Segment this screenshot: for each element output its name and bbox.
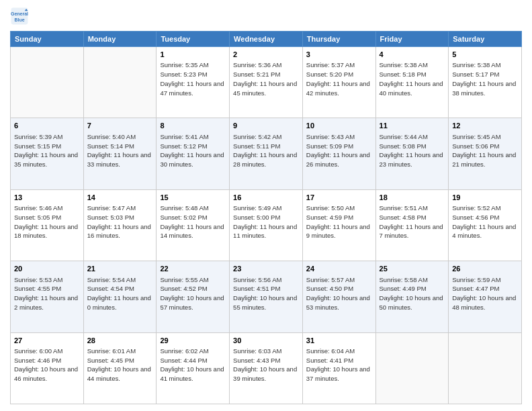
- day-number: 4: [380, 50, 445, 60]
- weekday-header-tuesday: Tuesday: [157, 32, 230, 47]
- logo-icon: General Blue: [10, 7, 29, 26]
- day-cell: 2Sunrise: 5:36 AM Sunset: 5:21 PM Daylig…: [230, 47, 303, 118]
- day-cell: 18Sunrise: 5:51 AM Sunset: 4:58 PM Dayli…: [375, 189, 449, 261]
- svg-text:Blue: Blue: [14, 17, 24, 22]
- day-cell: 13Sunrise: 5:46 AM Sunset: 5:05 PM Dayli…: [11, 189, 84, 261]
- day-cell: 25Sunrise: 5:58 AM Sunset: 4:49 PM Dayli…: [375, 261, 449, 332]
- day-cell: 7Sunrise: 5:40 AM Sunset: 5:14 PM Daylig…: [83, 118, 157, 189]
- day-cell: 14Sunrise: 5:47 AM Sunset: 5:03 PM Dayli…: [83, 189, 157, 261]
- day-number: 17: [306, 193, 372, 203]
- weekday-header-friday: Friday: [375, 32, 449, 47]
- day-info: Sunrise: 5:43 AM Sunset: 5:09 PM Dayligh…: [306, 132, 372, 169]
- day-number: 25: [380, 264, 445, 274]
- week-row-3: 13Sunrise: 5:46 AM Sunset: 5:05 PM Dayli…: [11, 189, 522, 261]
- day-cell: 24Sunrise: 5:57 AM Sunset: 4:50 PM Dayli…: [302, 261, 375, 332]
- day-cell: [375, 332, 449, 404]
- day-info: Sunrise: 5:42 AM Sunset: 5:11 PM Dayligh…: [233, 132, 299, 169]
- day-info: Sunrise: 5:36 AM Sunset: 5:21 PM Dayligh…: [233, 60, 299, 97]
- day-number: 22: [160, 264, 226, 274]
- day-info: Sunrise: 5:58 AM Sunset: 4:49 PM Dayligh…: [380, 275, 445, 312]
- day-info: Sunrise: 6:01 AM Sunset: 4:45 PM Dayligh…: [87, 347, 153, 383]
- day-number: 10: [306, 121, 372, 131]
- day-cell: 3Sunrise: 5:37 AM Sunset: 5:20 PM Daylig…: [302, 47, 375, 118]
- day-info: Sunrise: 5:50 AM Sunset: 4:59 PM Dayligh…: [306, 203, 372, 240]
- day-info: Sunrise: 5:39 AM Sunset: 5:15 PM Dayligh…: [14, 132, 80, 169]
- day-cell: 26Sunrise: 5:59 AM Sunset: 4:47 PM Dayli…: [449, 261, 522, 332]
- day-info: Sunrise: 5:35 AM Sunset: 5:23 PM Dayligh…: [160, 60, 226, 97]
- day-cell: 8Sunrise: 5:41 AM Sunset: 5:12 PM Daylig…: [157, 118, 230, 189]
- day-info: Sunrise: 5:49 AM Sunset: 5:00 PM Dayligh…: [233, 203, 299, 240]
- day-number: 13: [14, 193, 80, 203]
- day-cell: 1Sunrise: 5:35 AM Sunset: 5:23 PM Daylig…: [157, 47, 230, 118]
- svg-text:General: General: [11, 11, 28, 16]
- day-cell: 12Sunrise: 5:45 AM Sunset: 5:06 PM Dayli…: [449, 118, 522, 189]
- weekday-header-sunday: Sunday: [11, 32, 84, 47]
- day-number: 14: [87, 193, 153, 203]
- day-number: 31: [306, 336, 372, 346]
- day-info: Sunrise: 5:37 AM Sunset: 5:20 PM Dayligh…: [306, 60, 372, 97]
- day-cell: [11, 47, 84, 118]
- day-number: 23: [233, 264, 299, 274]
- day-cell: 23Sunrise: 5:56 AM Sunset: 4:51 PM Dayli…: [230, 261, 303, 332]
- day-number: 21: [87, 264, 153, 274]
- day-cell: 31Sunrise: 6:04 AM Sunset: 4:41 PM Dayli…: [302, 332, 375, 404]
- day-cell: 11Sunrise: 5:44 AM Sunset: 5:08 PM Dayli…: [375, 118, 449, 189]
- day-cell: 5Sunrise: 5:38 AM Sunset: 5:17 PM Daylig…: [449, 47, 522, 118]
- day-number: 29: [160, 336, 226, 346]
- day-info: Sunrise: 5:56 AM Sunset: 4:51 PM Dayligh…: [233, 275, 299, 312]
- day-cell: 28Sunrise: 6:01 AM Sunset: 4:45 PM Dayli…: [83, 332, 157, 404]
- day-cell: 17Sunrise: 5:50 AM Sunset: 4:59 PM Dayli…: [302, 189, 375, 261]
- week-row-5: 27Sunrise: 6:00 AM Sunset: 4:46 PM Dayli…: [11, 332, 522, 404]
- day-number: 11: [380, 121, 445, 131]
- day-number: 19: [452, 193, 518, 203]
- day-cell: 15Sunrise: 5:48 AM Sunset: 5:02 PM Dayli…: [157, 189, 230, 261]
- week-row-4: 20Sunrise: 5:53 AM Sunset: 4:55 PM Dayli…: [11, 261, 522, 332]
- day-number: 5: [452, 50, 518, 60]
- day-info: Sunrise: 5:57 AM Sunset: 4:50 PM Dayligh…: [306, 275, 372, 312]
- day-info: Sunrise: 5:59 AM Sunset: 4:47 PM Dayligh…: [452, 275, 518, 312]
- day-number: 2: [233, 50, 299, 60]
- day-info: Sunrise: 5:53 AM Sunset: 4:55 PM Dayligh…: [14, 275, 80, 312]
- day-cell: 20Sunrise: 5:53 AM Sunset: 4:55 PM Dayli…: [11, 261, 84, 332]
- day-info: Sunrise: 5:52 AM Sunset: 4:56 PM Dayligh…: [452, 203, 518, 240]
- week-row-1: 1Sunrise: 5:35 AM Sunset: 5:23 PM Daylig…: [11, 47, 522, 118]
- day-cell: 16Sunrise: 5:49 AM Sunset: 5:00 PM Dayli…: [230, 189, 303, 261]
- day-number: 16: [233, 193, 299, 203]
- header: General Blue: [10, 7, 522, 26]
- weekday-header-thursday: Thursday: [302, 32, 375, 47]
- day-number: 3: [306, 50, 372, 60]
- day-cell: 27Sunrise: 6:00 AM Sunset: 4:46 PM Dayli…: [11, 332, 84, 404]
- day-info: Sunrise: 5:41 AM Sunset: 5:12 PM Dayligh…: [160, 132, 226, 169]
- day-info: Sunrise: 5:38 AM Sunset: 5:17 PM Dayligh…: [452, 60, 518, 97]
- day-number: 6: [14, 121, 80, 131]
- day-info: Sunrise: 5:46 AM Sunset: 5:05 PM Dayligh…: [14, 203, 80, 240]
- day-cell: [83, 47, 157, 118]
- weekday-header-saturday: Saturday: [449, 32, 522, 47]
- day-number: 9: [233, 121, 299, 131]
- day-cell: 6Sunrise: 5:39 AM Sunset: 5:15 PM Daylig…: [11, 118, 84, 189]
- day-number: 1: [160, 50, 226, 60]
- day-info: Sunrise: 6:03 AM Sunset: 4:43 PM Dayligh…: [233, 347, 299, 383]
- day-info: Sunrise: 6:04 AM Sunset: 4:41 PM Dayligh…: [306, 347, 372, 383]
- day-number: 20: [14, 264, 80, 274]
- day-info: Sunrise: 5:54 AM Sunset: 4:54 PM Dayligh…: [87, 275, 153, 312]
- day-number: 24: [306, 264, 372, 274]
- day-cell: 19Sunrise: 5:52 AM Sunset: 4:56 PM Dayli…: [449, 189, 522, 261]
- weekday-header-monday: Monday: [83, 32, 157, 47]
- weekday-header-row: SundayMondayTuesdayWednesdayThursdayFrid…: [11, 32, 522, 47]
- day-cell: 30Sunrise: 6:03 AM Sunset: 4:43 PM Dayli…: [230, 332, 303, 404]
- day-cell: 4Sunrise: 5:38 AM Sunset: 5:18 PM Daylig…: [375, 47, 449, 118]
- day-info: Sunrise: 6:02 AM Sunset: 4:44 PM Dayligh…: [160, 347, 226, 383]
- day-number: 12: [452, 121, 518, 131]
- day-info: Sunrise: 5:48 AM Sunset: 5:02 PM Dayligh…: [160, 203, 226, 240]
- day-info: Sunrise: 5:51 AM Sunset: 4:58 PM Dayligh…: [380, 203, 445, 240]
- day-cell: [449, 332, 522, 404]
- day-cell: 22Sunrise: 5:55 AM Sunset: 4:52 PM Dayli…: [157, 261, 230, 332]
- day-cell: 10Sunrise: 5:43 AM Sunset: 5:09 PM Dayli…: [302, 118, 375, 189]
- day-info: Sunrise: 5:40 AM Sunset: 5:14 PM Dayligh…: [87, 132, 153, 169]
- day-cell: 21Sunrise: 5:54 AM Sunset: 4:54 PM Dayli…: [83, 261, 157, 332]
- day-info: Sunrise: 6:00 AM Sunset: 4:46 PM Dayligh…: [14, 347, 80, 383]
- week-row-2: 6Sunrise: 5:39 AM Sunset: 5:15 PM Daylig…: [11, 118, 522, 189]
- day-cell: 29Sunrise: 6:02 AM Sunset: 4:44 PM Dayli…: [157, 332, 230, 404]
- day-info: Sunrise: 5:44 AM Sunset: 5:08 PM Dayligh…: [380, 132, 445, 169]
